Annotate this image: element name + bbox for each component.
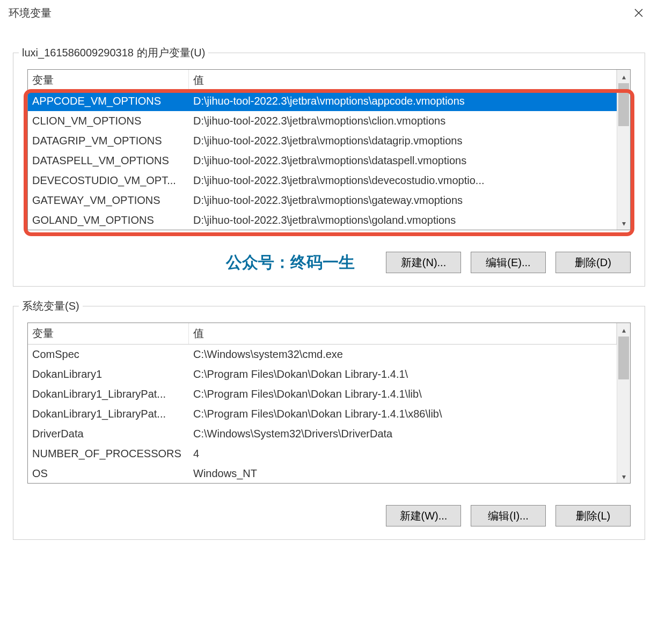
watermark-text: 公众号：终码一生 [226,252,355,274]
var-value-cell: C:\Program Files\Dokan\Dokan Library-1.4… [189,404,617,424]
var-value-cell: D:\jihuo-tool-2022.3\jetbra\vmoptions\ap… [189,91,617,111]
window-title: 环境变量 [9,6,52,20]
user-variables-group: luxi_161586009290318 的用户变量(U) 变量 值 APPCO… [13,53,645,287]
var-value-cell: 4 [189,444,617,464]
scrollbar[interactable]: ▴ ▾ [617,323,630,483]
column-header-value[interactable]: 值 [189,323,617,344]
var-value-cell: C:\Program Files\Dokan\Dokan Library-1.4… [189,364,617,384]
var-name-cell: DokanLibrary1_LibraryPat... [28,384,189,404]
var-name-cell: DATASPELL_VM_OPTIONS [28,151,189,171]
var-value-cell: D:\jihuo-tool-2022.3\jetbra\vmoptions\go… [189,210,617,230]
column-header-value[interactable]: 值 [189,70,617,91]
table-row[interactable]: DokanLibrary1C:\Program Files\Dokan\Doka… [28,364,617,384]
var-name-cell: ComSpec [28,345,189,364]
table-row[interactable]: DEVECOSTUDIO_VM_OPT...D:\jihuo-tool-2022… [28,171,617,191]
edit-system-var-button[interactable]: 编辑(I)... [471,505,546,526]
scrollbar[interactable]: ▴ ▾ [617,70,630,230]
close-button[interactable] [628,2,649,24]
system-variables-list[interactable]: 变量 值 ComSpecC:\Windows\system32\cmd.exeD… [27,323,631,484]
var-value-cell: D:\jihuo-tool-2022.3\jetbra\vmoptions\da… [189,151,617,171]
table-row[interactable]: OSWindows_NT [28,464,617,483]
var-name-cell: OS [28,464,189,483]
var-value-cell: C:\Windows\system32\cmd.exe [189,345,617,364]
table-row[interactable]: DATAGRIP_VM_OPTIONSD:\jihuo-tool-2022.3\… [28,131,617,151]
table-row[interactable]: DATASPELL_VM_OPTIONSD:\jihuo-tool-2022.3… [28,151,617,171]
new-system-var-button[interactable]: 新建(W)... [386,505,461,526]
var-name-cell: GOLAND_VM_OPTIONS [28,210,189,230]
table-row[interactable]: GATEWAY_VM_OPTIONSD:\jihuo-tool-2022.3\j… [28,191,617,210]
titlebar: 环境变量 [0,0,658,26]
system-group-label: 系统变量(S) [19,299,83,313]
table-row[interactable]: DokanLibrary1_LibraryPat...C:\Program Fi… [28,404,617,424]
scroll-up-icon[interactable]: ▴ [617,323,630,336]
table-row[interactable]: ComSpecC:\Windows\system32\cmd.exe [28,345,617,364]
var-name-cell: DokanLibrary1 [28,364,189,384]
delete-user-var-button[interactable]: 删除(D) [555,252,631,273]
user-variables-list[interactable]: 变量 值 APPCODE_VM_OPTIONSD:\jihuo-tool-202… [27,69,631,230]
table-row[interactable]: GOLAND_VM_OPTIONSD:\jihuo-tool-2022.3\je… [28,210,617,230]
scroll-up-icon[interactable]: ▴ [617,70,630,83]
var-name-cell: CLION_VM_OPTIONS [28,111,189,131]
var-value-cell: D:\jihuo-tool-2022.3\jetbra\vmoptions\de… [189,171,617,191]
var-name-cell: APPCODE_VM_OPTIONS [28,91,189,111]
table-row[interactable]: DokanLibrary1_LibraryPat...C:\Program Fi… [28,384,617,404]
table-row[interactable]: NUMBER_OF_PROCESSORS4 [28,444,617,464]
var-value-cell: C:\Program Files\Dokan\Dokan Library-1.4… [189,384,617,404]
var-value-cell: D:\jihuo-tool-2022.3\jetbra\vmoptions\ga… [189,191,617,210]
scroll-thumb[interactable] [618,336,629,379]
var-value-cell: D:\jihuo-tool-2022.3\jetbra\vmoptions\cl… [189,111,617,131]
var-name-cell: DriverData [28,424,189,444]
new-user-var-button[interactable]: 新建(N)... [386,252,461,273]
scroll-down-icon[interactable]: ▾ [617,470,630,483]
column-header-variable[interactable]: 变量 [28,323,189,344]
system-list-header: 变量 值 [28,323,617,345]
table-row[interactable]: APPCODE_VM_OPTIONSD:\jihuo-tool-2022.3\j… [28,91,617,111]
scroll-thumb[interactable] [618,83,629,126]
column-header-variable[interactable]: 变量 [28,70,189,91]
user-list-header: 变量 值 [28,70,617,91]
user-group-label: luxi_161586009290318 的用户变量(U) [19,46,208,60]
delete-system-var-button[interactable]: 删除(L) [555,505,631,526]
var-value-cell: D:\jihuo-tool-2022.3\jetbra\vmoptions\da… [189,131,617,151]
var-value-cell: Windows_NT [189,464,617,483]
edit-user-var-button[interactable]: 编辑(E)... [471,252,546,273]
scroll-down-icon[interactable]: ▾ [617,216,630,230]
var-name-cell: DEVECOSTUDIO_VM_OPT... [28,171,189,191]
system-variables-group: 系统变量(S) 变量 值 ComSpecC:\Windows\system32\… [13,306,645,540]
var-name-cell: GATEWAY_VM_OPTIONS [28,191,189,210]
close-icon [634,8,644,18]
table-row[interactable]: CLION_VM_OPTIONSD:\jihuo-tool-2022.3\jet… [28,111,617,131]
var-name-cell: DokanLibrary1_LibraryPat... [28,404,189,424]
var-value-cell: C:\Windows\System32\Drivers\DriverData [189,424,617,444]
table-row[interactable]: DriverDataC:\Windows\System32\Drivers\Dr… [28,424,617,444]
var-name-cell: DATAGRIP_VM_OPTIONS [28,131,189,151]
var-name-cell: NUMBER_OF_PROCESSORS [28,444,189,464]
